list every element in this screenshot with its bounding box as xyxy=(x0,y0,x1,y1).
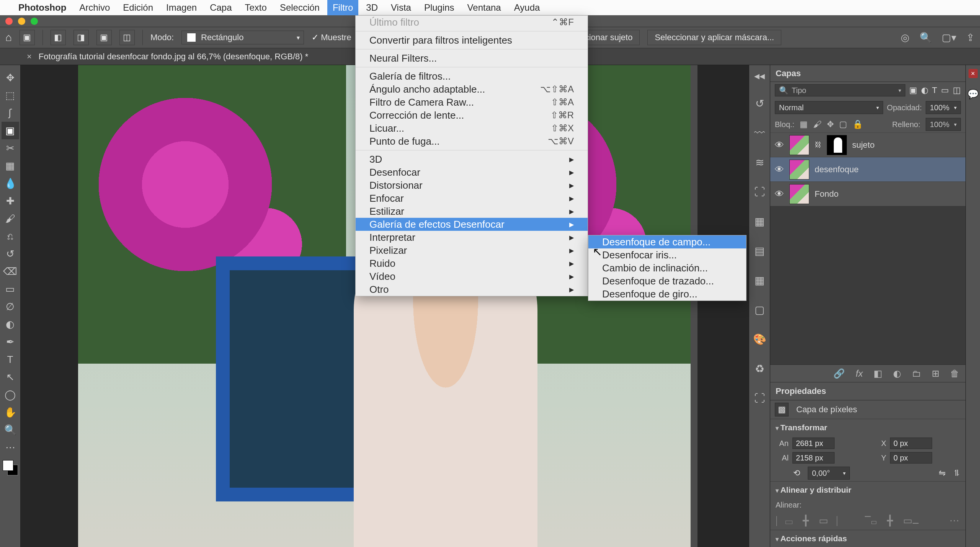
new-layer-icon[interactable]: ⊞ xyxy=(932,368,939,379)
transform-section-header[interactable]: Transformar xyxy=(770,419,965,436)
tool-zoom[interactable]: 🔍 xyxy=(2,421,19,439)
x-input[interactable] xyxy=(890,438,932,449)
delete-layer-icon[interactable]: 🗑 xyxy=(950,368,959,379)
menu-item[interactable]: Desenfoque de giro... xyxy=(588,287,746,300)
layers-filter-select[interactable]: 🔍 Tipo xyxy=(775,84,905,96)
menu-3d[interactable]: 3D xyxy=(366,2,378,13)
menu-item[interactable]: Filtro de Camera Raw...⇧⌘A xyxy=(356,96,588,109)
tool-marquee[interactable]: ⬚ xyxy=(2,87,19,104)
layer-visibility-icon[interactable]: 👁 xyxy=(775,189,784,199)
menu-filtro[interactable]: Filtro xyxy=(327,0,358,15)
share-icon[interactable]: ⇪ xyxy=(966,32,975,44)
fill-input[interactable]: 100% xyxy=(926,118,961,131)
document-tab-label[interactable]: Fotografía tutorial desenfocar fondo.jpg… xyxy=(39,52,308,62)
align-right-icon[interactable]: ▭⎹ xyxy=(819,515,837,527)
layer-row[interactable]: 👁⛓sujeto xyxy=(770,132,965,157)
window-minimize-button[interactable] xyxy=(18,18,25,25)
menu-item[interactable]: Galería de filtros... xyxy=(356,70,588,83)
window-close-button[interactable] xyxy=(5,18,13,25)
tool-healing[interactable]: ✚ xyxy=(2,192,19,210)
menu-item[interactable]: Desenfocar xyxy=(356,166,588,179)
cloud-docs-icon[interactable]: ◎ xyxy=(901,32,910,44)
tool-edit-toolbar[interactable]: ⋯ xyxy=(2,439,19,456)
menu-item[interactable]: Interpretar xyxy=(356,231,588,244)
blend-mode-select[interactable]: Normal xyxy=(775,101,883,114)
menu-item[interactable]: Ángulo ancho adaptable...⌥⇧⌘A xyxy=(356,83,588,96)
flip-v-icon[interactable]: ⥮ xyxy=(953,468,960,478)
properties-panel-tab[interactable]: Propiedades xyxy=(770,382,965,400)
tool-history-brush[interactable]: ↺ xyxy=(2,245,19,263)
search-icon[interactable]: 🔍 xyxy=(920,32,932,44)
new-group-icon[interactable]: 🗀 xyxy=(912,368,921,379)
menu-vista[interactable]: Vista xyxy=(391,2,411,13)
align-left-icon[interactable]: ⎸▭ xyxy=(776,515,793,527)
link-layers-icon[interactable]: 🔗 xyxy=(833,368,845,379)
layer-name-label[interactable]: Fondo xyxy=(815,189,838,199)
dock-libraries-icon[interactable]: ♻ xyxy=(755,362,764,375)
workspace-switcher-icon[interactable]: ▢▾ xyxy=(942,32,956,44)
menu-item[interactable]: Estilizar xyxy=(356,205,588,218)
dock-grid-b-icon[interactable]: ▦ xyxy=(755,274,764,287)
shape-mode-select[interactable]: Rectángulo xyxy=(181,31,304,44)
menu-item[interactable]: Licuar...⇧⌘X xyxy=(356,122,588,135)
layer-row[interactable]: 👁desenfoque xyxy=(770,157,965,181)
tool-pen[interactable]: ✒ xyxy=(2,333,19,351)
menu-ayuda[interactable]: Ayuda xyxy=(514,2,540,13)
layer-thumbnail[interactable] xyxy=(789,135,809,155)
menu-item[interactable]: Desenfoque de trazado... xyxy=(588,274,746,287)
lock-transparency-icon[interactable]: ▦ xyxy=(800,119,808,129)
tool-gradient[interactable]: ▭ xyxy=(2,280,19,298)
menu-item[interactable]: Vídeo xyxy=(356,270,588,283)
align-vcenter-icon[interactable]: ╋ xyxy=(887,515,893,527)
filter-type-icon[interactable]: T xyxy=(932,85,937,95)
layer-row[interactable]: 👁Fondo xyxy=(770,181,965,206)
home-icon[interactable]: ⌂ xyxy=(5,31,12,44)
menu-item[interactable]: Enfocar xyxy=(356,192,588,205)
menu-item[interactable]: Punto de fuga...⌥⌘V xyxy=(356,135,588,148)
canvas-scrollbar-vertical[interactable] xyxy=(691,65,697,547)
menu-capa[interactable]: Capa xyxy=(210,2,232,13)
tool-crop[interactable]: ✂ xyxy=(2,139,19,157)
dock-grid-a-icon[interactable]: ▤ xyxy=(755,245,764,257)
menu-item[interactable]: Galería de efectos Desenfocar xyxy=(356,218,588,231)
align-hcenter-icon[interactable]: ╋ xyxy=(803,515,809,527)
tool-blur[interactable]: ∅ xyxy=(2,298,19,315)
panel-close-icon[interactable]: × xyxy=(969,69,978,78)
dock-artboards-icon[interactable]: ⛶ xyxy=(754,392,765,405)
menu-item[interactable]: Desenfoque de campo... xyxy=(588,235,746,248)
menu-texto[interactable]: Texto xyxy=(245,2,267,13)
menu-plugins[interactable]: Plugins xyxy=(424,2,454,13)
tool-frame[interactable]: ▦ xyxy=(2,157,19,175)
flip-h-icon[interactable]: ⇋ xyxy=(939,468,946,478)
tool-move[interactable]: ✥ xyxy=(2,69,19,87)
comments-icon[interactable]: 💬 xyxy=(967,89,979,100)
menu-item[interactable]: Neural Filters... xyxy=(356,52,588,65)
filter-image-icon[interactable]: ▣ xyxy=(909,85,917,95)
add-mask-icon[interactable]: ◧ xyxy=(874,368,882,379)
layer-thumbnail[interactable] xyxy=(789,160,809,180)
layer-mask-thumbnail[interactable] xyxy=(827,135,847,155)
lock-artboard-icon[interactable]: ▢ xyxy=(839,119,847,129)
dock-styles-icon[interactable]: ▦ xyxy=(755,215,764,228)
menu-ventana[interactable]: Ventana xyxy=(467,2,501,13)
tool-shape[interactable]: ◯ xyxy=(2,386,19,403)
menu-item[interactable]: Convertir para filtros inteligentes xyxy=(356,34,588,47)
color-swatches[interactable] xyxy=(3,460,18,475)
mode-add[interactable]: ◧ xyxy=(51,30,66,45)
dock-swatch-icon[interactable]: ▢ xyxy=(755,304,764,316)
width-input[interactable] xyxy=(792,438,835,449)
sample-all-layers-checkbox[interactable]: Muestre xyxy=(312,33,351,42)
dock-brushes-icon[interactable]: 〰 xyxy=(754,127,765,139)
layer-link-icon[interactable]: ⛓ xyxy=(815,141,822,149)
window-zoom-button[interactable] xyxy=(31,18,38,25)
layer-name-label[interactable]: sujeto xyxy=(852,140,875,150)
layer-fx-icon[interactable]: fx xyxy=(856,368,863,379)
layer-thumbnail[interactable] xyxy=(789,184,809,204)
tool-lasso[interactable]: ʃ xyxy=(2,104,19,122)
lock-pixels-icon[interactable]: 🖌 xyxy=(813,119,822,129)
tool-dodge[interactable]: ◐ xyxy=(2,315,19,333)
quick-actions-header[interactable]: Acciones rápidas xyxy=(770,530,965,547)
menu-item[interactable]: Pixelizar xyxy=(356,244,588,257)
filter-adjust-icon[interactable]: ◐ xyxy=(921,85,928,95)
layer-visibility-icon[interactable]: 👁 xyxy=(775,164,784,175)
